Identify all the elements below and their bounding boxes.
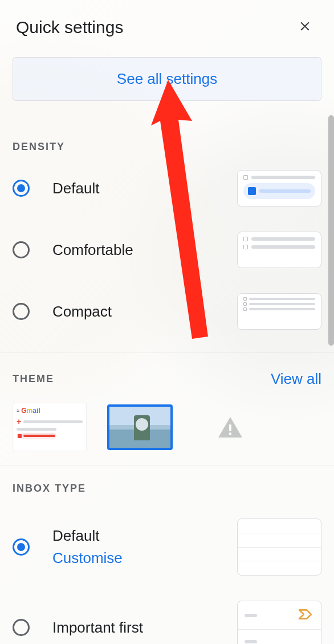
inbox-label: Important first [52, 619, 237, 637]
radio-icon[interactable] [13, 180, 30, 197]
inbox-preview-important [237, 601, 321, 644]
theme-thumb-gmail[interactable]: ≡Gmail + [13, 403, 87, 451]
important-marker-icon [298, 609, 313, 622]
close-icon[interactable] [295, 16, 315, 39]
theme-thumb-photo[interactable] [107, 404, 173, 450]
density-preview-comfortable [237, 232, 321, 268]
see-all-settings-button[interactable]: See all settings [13, 57, 321, 101]
radio-icon[interactable] [13, 303, 30, 320]
radio-icon[interactable] [13, 241, 30, 258]
density-section-title: DENSITY [13, 141, 65, 153]
radio-icon[interactable] [13, 619, 30, 636]
warning-icon[interactable] [216, 415, 245, 440]
density-option-compact[interactable]: Compact [13, 281, 321, 342]
density-label: Compact [52, 303, 237, 321]
density-option-default[interactable]: Default [13, 157, 321, 219]
theme-section-title: THEME [13, 373, 54, 385]
svg-rect-1 [229, 432, 231, 435]
inbox-section-title: INBOX TYPE [13, 483, 86, 495]
radio-icon[interactable] [13, 538, 30, 556]
svg-rect-0 [229, 424, 231, 431]
density-preview-default [237, 170, 321, 206]
inbox-preview-default [237, 519, 321, 576]
density-label: Default [52, 180, 237, 197]
theme-view-all-link[interactable]: View all [271, 370, 321, 388]
density-label: Comfortable [52, 241, 237, 259]
inbox-option-default[interactable]: Default Customise [13, 506, 321, 588]
scrollbar[interactable] [328, 115, 334, 346]
density-option-comfortable[interactable]: Comfortable [13, 219, 321, 281]
inbox-label: Default [52, 527, 123, 545]
inbox-customise-link[interactable]: Customise [52, 549, 123, 567]
density-preview-compact [237, 293, 321, 330]
inbox-option-important[interactable]: Important first [13, 588, 321, 644]
page-title: Quick settings [16, 18, 123, 37]
